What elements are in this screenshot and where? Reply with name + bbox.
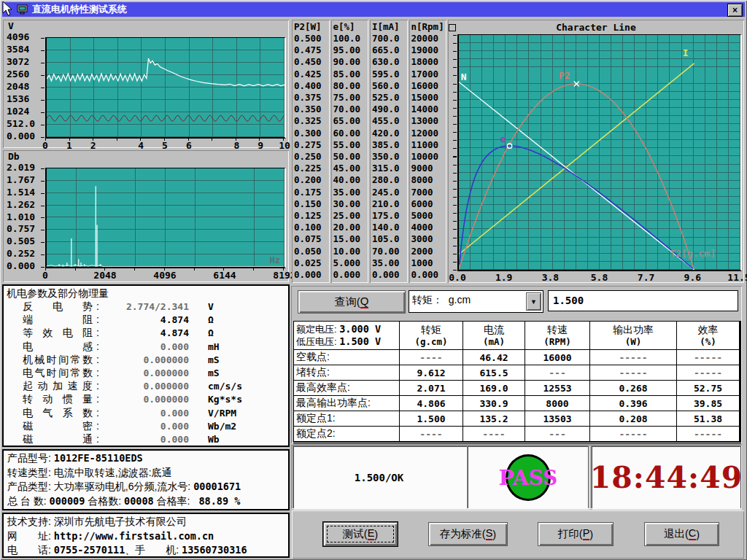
- table-corner-cell: 额定电压: 3.000 V低压电压: 1.500 V: [294, 322, 399, 349]
- parameter-value: 0.000: [103, 434, 189, 445]
- action-button-P[interactable]: 打印(P): [538, 522, 614, 546]
- bottom-button-row: 测试(E)存为标准(S)打印(P)退出(C): [292, 510, 744, 559]
- table-cell: -----: [677, 350, 739, 365]
- action-button-S[interactable]: 存为标准(S): [428, 522, 508, 546]
- scale-value: 14000: [411, 104, 447, 115]
- scale-value: 0.200: [294, 174, 330, 186]
- x-tick-label: 1.9: [495, 272, 512, 283]
- table-cell: ---: [525, 365, 589, 380]
- button-label-suffix: ): [696, 529, 700, 540]
- button-label-suffix: ): [374, 529, 378, 540]
- table-cell: 615.5: [463, 365, 525, 380]
- table-cell: -----: [590, 427, 676, 441]
- scale-value: 7000: [411, 187, 447, 198]
- scale-value: 0.075: [294, 233, 330, 245]
- button-accelerator: E: [368, 528, 375, 540]
- dropdown-value: 转矩： g.cm: [412, 294, 471, 307]
- y-tick-label: 0.252: [7, 249, 43, 259]
- query-button[interactable]: 查询(Q: [298, 290, 406, 314]
- table-column-header: 电流(mA): [463, 322, 525, 349]
- scale-column-header: n[Rpm]: [411, 21, 447, 33]
- product-info-line: 产品类型: 大功率驱动电机,6分频,流水号: 00001671: [4, 479, 288, 494]
- chevron-down-icon[interactable]: ▼: [526, 292, 541, 311]
- scope-axis-label: V: [8, 20, 14, 31]
- x-tick-label: 11.5: [727, 272, 747, 283]
- scale-column-header: P2[W]: [294, 21, 330, 33]
- scale-value: 140.0: [372, 222, 408, 233]
- close-button[interactable]: ×: [727, 4, 743, 17]
- y-tick-label: 512.0: [7, 119, 43, 129]
- torque-value-input[interactable]: 1.500: [548, 290, 738, 311]
- text-segment: 1.500 V: [339, 335, 381, 347]
- character-plot: NP2eIT2[g.cm]: [457, 34, 742, 271]
- results-table: 额定电压: 3.000 V低压电压: 1.500 V转矩(g.cm)电流(mA)…: [293, 321, 741, 444]
- pass-label: PASS: [499, 466, 558, 490]
- text-segment: 1012FE-85110EDS: [54, 452, 143, 464]
- scale-value: 0.175: [294, 187, 330, 198]
- column-unit: (RPM): [543, 336, 571, 347]
- scale-value: 0.275: [294, 139, 330, 151]
- parameter-unit: Wb/m2: [208, 421, 236, 432]
- table-cell: 4.806: [400, 396, 462, 411]
- scale-value: 0.050: [294, 246, 330, 257]
- parameter-colon: :: [93, 300, 103, 312]
- scale-column: P2[W]0.5000.4750.4500.4250.4000.3750.350…: [292, 20, 330, 283]
- scale-value: 0.400: [294, 80, 330, 92]
- parameter-unit: V/RPM: [208, 408, 236, 419]
- scope-y-ticks: 4096358430722560204815361024512.00.000: [7, 32, 43, 141]
- y-tick-label: 2.019: [7, 163, 43, 173]
- scale-value: 10.00: [333, 246, 369, 257]
- scale-value: 560.0: [372, 80, 408, 92]
- y-tick-label: 1.262: [7, 200, 43, 210]
- table-cell: 46.42: [463, 350, 525, 365]
- parameter-unit: cm/s/s: [208, 381, 242, 392]
- button-label: 退出(: [664, 527, 689, 541]
- spectrum-trace: [47, 168, 285, 267]
- spectrum-axis-label: Db: [8, 151, 20, 162]
- x-tick-label: 2048: [93, 270, 116, 281]
- action-button-C[interactable]: 退出(C): [644, 522, 719, 546]
- table-cell: ----: [400, 350, 462, 365]
- table-cell: 12553: [525, 381, 589, 395]
- table-cell: 0.396: [590, 396, 676, 411]
- x-tick-label: 6: [186, 140, 192, 151]
- spectrum-panel: Db 2.0191.7671.5141.2621.0100.7570.5050.…: [3, 150, 289, 282]
- text-segment: 合格数:: [85, 495, 124, 507]
- text-segment: 技术支持: 深圳市先航电子技术有限公司: [7, 516, 187, 527]
- parameter-colon: :: [93, 367, 103, 378]
- scale-value: 20.00: [333, 222, 369, 233]
- parameter-row: 端阻:4.874Ω: [4, 314, 288, 327]
- parameter-colon: :: [93, 341, 103, 352]
- x-tick-label: 0.0: [449, 272, 465, 283]
- scale-column: e[%]100.095.0090.0085.0080.0075.0070.006…: [331, 20, 369, 283]
- test-result-text: 1.500/OK: [355, 472, 403, 483]
- y-tick-label: 2560: [7, 69, 43, 79]
- scale-value: 385.0: [372, 139, 408, 151]
- voltage-line: 低压电压: 1.500 V: [294, 335, 381, 348]
- parameter-value: 0.000: [103, 341, 189, 352]
- table-column-header: 输出功率(W): [590, 322, 676, 349]
- product-info-panel: 产品型号: 1012FE-85110EDS转速类型: 电流中取转速,滤波器:底通…: [2, 449, 290, 510]
- button-label-suffix: ): [492, 529, 496, 540]
- product-info-line: 转速类型: 电流中取转速,滤波器:底通: [4, 465, 288, 480]
- oscilloscope-panel: V 4096358430722560204815361024512.00.000…: [3, 20, 289, 148]
- scale-value: 525.0: [372, 92, 408, 104]
- action-button-E[interactable]: 测试(E): [323, 522, 398, 546]
- button-accelerator: P: [583, 528, 590, 540]
- scale-value: 490.0: [372, 104, 408, 115]
- parameter-unit: Kg*s*s: [208, 394, 242, 405]
- scale-value: 420.0: [372, 128, 408, 139]
- x-tick-label: 10: [279, 140, 290, 151]
- parameter-label: 等效电阻: [23, 327, 93, 340]
- scale-column: n[Rpm]2000019000180001700016000150001400…: [409, 20, 447, 283]
- torque-unit-dropdown[interactable]: 转矩： g.cm ▼: [409, 290, 543, 313]
- scale-value: 0.225: [294, 163, 330, 174]
- parameter-value: 4.874: [103, 327, 189, 338]
- scale-value: 13000: [411, 115, 447, 127]
- character-line-panel: Character Line NP2eIT2[g.cm] 0.01.93.85.…: [448, 20, 744, 283]
- support-info-line: 电 话: 0755-2570111、手 机: 13560730316: [4, 542, 288, 557]
- column-unit: (W): [625, 336, 642, 347]
- scale-value: 9000: [411, 163, 447, 174]
- close-icon: ×: [732, 6, 738, 15]
- parameter-row: 电感:0.000mH: [4, 341, 288, 354]
